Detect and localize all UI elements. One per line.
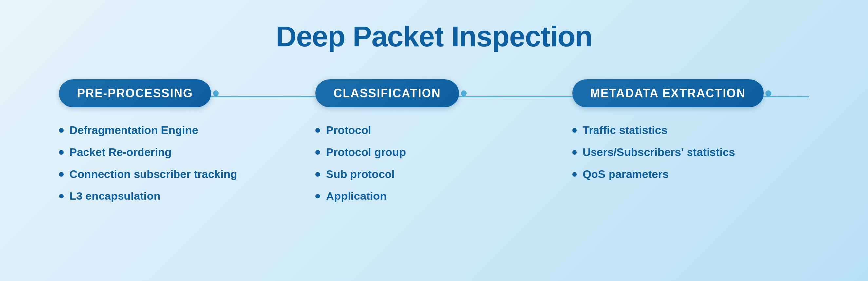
- bullet-icon: [315, 194, 320, 198]
- list-item-text: Defragmentation Engine: [69, 124, 198, 136]
- metadata-header-wrapper: METADATA EXTRACTION: [572, 79, 764, 107]
- list-item: Sub protocol: [315, 168, 406, 181]
- columns-container: PRE-PROCESSING Defragmentation Engine Pa…: [33, 79, 835, 212]
- pre-processing-dot: [213, 90, 219, 96]
- classification-list: Protocol Protocol group Sub protocol App…: [315, 124, 406, 212]
- pre-processing-badge: PRE-PROCESSING: [59, 79, 211, 107]
- page-container: Deep Packet Inspection PRE-PROCESSING De…: [0, 0, 868, 281]
- pre-processing-header-wrapper: PRE-PROCESSING: [59, 79, 211, 107]
- list-item: Application: [315, 190, 406, 202]
- bullet-icon: [315, 150, 320, 155]
- column-pre-processing: PRE-PROCESSING Defragmentation Engine Pa…: [59, 79, 296, 212]
- classification-header-wrapper: CLASSIFICATION: [315, 79, 459, 107]
- classification-badge: CLASSIFICATION: [315, 79, 459, 107]
- metadata-badge: METADATA EXTRACTION: [572, 79, 764, 107]
- bullet-icon: [59, 172, 64, 177]
- list-item-text: Connection subscriber tracking: [69, 168, 237, 181]
- bullet-icon: [59, 128, 64, 133]
- list-item: Connection subscriber tracking: [59, 168, 237, 181]
- list-item: Defragmentation Engine: [59, 124, 237, 136]
- classification-dot: [461, 90, 467, 96]
- list-item-text: Packet Re-ordering: [69, 146, 172, 158]
- list-item-text: Protocol: [326, 124, 371, 136]
- metadata-list: Traffic statistics Users/Subscribers' st…: [572, 124, 735, 190]
- list-item: Packet Re-ordering: [59, 146, 237, 158]
- list-item-text: L3 encapsulation: [69, 190, 160, 202]
- bullet-icon: [572, 172, 577, 177]
- bullet-icon: [315, 172, 320, 177]
- bullet-icon: [59, 150, 64, 155]
- list-item: L3 encapsulation: [59, 190, 237, 202]
- list-item: Traffic statistics: [572, 124, 735, 136]
- bullet-icon: [59, 194, 64, 198]
- list-item: Users/Subscribers' statistics: [572, 146, 735, 158]
- bullet-icon: [572, 150, 577, 155]
- list-item: Protocol: [315, 124, 406, 136]
- list-item: QoS parameters: [572, 168, 735, 181]
- list-item-text: Users/Subscribers' statistics: [583, 146, 735, 158]
- list-item-text: Protocol group: [326, 146, 406, 158]
- list-item-text: Traffic statistics: [583, 124, 668, 136]
- content-area: PRE-PROCESSING Defragmentation Engine Pa…: [33, 79, 835, 268]
- list-item-text: Application: [326, 190, 386, 202]
- bullet-icon: [315, 128, 320, 133]
- list-item-text: Sub protocol: [326, 168, 395, 181]
- column-classification: CLASSIFICATION Protocol Protocol group S…: [315, 79, 552, 212]
- list-item: Protocol group: [315, 146, 406, 158]
- pre-processing-list: Defragmentation Engine Packet Re-orderin…: [59, 124, 237, 212]
- list-item-text: QoS parameters: [583, 168, 669, 181]
- column-metadata-extraction: METADATA EXTRACTION Traffic statistics U…: [572, 79, 809, 190]
- bullet-icon: [572, 128, 577, 133]
- page-title: Deep Packet Inspection: [276, 20, 592, 53]
- metadata-dot: [766, 90, 771, 96]
